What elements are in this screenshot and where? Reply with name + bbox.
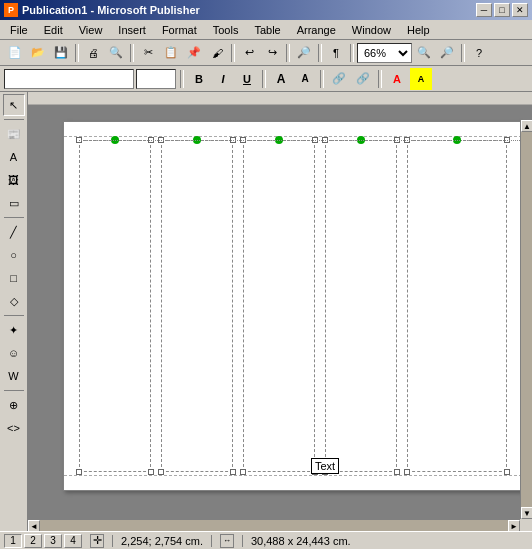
title-bar: P Publication1 - Microsoft Publisher ─ □…: [0, 0, 532, 20]
status-separator-3: [242, 535, 243, 547]
sq-handle-col5-bot-right[interactable]: [504, 469, 510, 475]
top-guide-line: [79, 140, 522, 141]
vertical-scrollbar[interactable]: ▲ ▼: [520, 120, 532, 519]
undo-button[interactable]: ↩: [238, 42, 260, 64]
bold-button[interactable]: B: [188, 68, 210, 90]
sq-handle-col1-bot-right[interactable]: [148, 469, 154, 475]
font-size-input[interactable]: [136, 69, 176, 89]
menu-table[interactable]: Table: [248, 22, 286, 38]
toolbar-separator-4: [286, 44, 290, 62]
rect-tool-button[interactable]: □: [3, 267, 25, 289]
h-scroll-track[interactable]: [40, 520, 508, 531]
html-code-button[interactable]: <>: [3, 417, 25, 439]
sq-handle-col2-bot-right[interactable]: [230, 469, 236, 475]
canvas-container: // just decorative ticks in SVG: [28, 92, 532, 531]
font-size-decrease-button[interactable]: A: [294, 68, 316, 90]
underline-button[interactable]: U: [236, 68, 258, 90]
insert-image-button[interactable]: 🖼: [3, 169, 25, 191]
help-button[interactable]: ?: [468, 42, 490, 64]
menu-edit[interactable]: Edit: [38, 22, 69, 38]
page-tab-3[interactable]: 3: [44, 534, 62, 548]
font-name-input[interactable]: [4, 69, 134, 89]
page-tab-2[interactable]: 2: [24, 534, 42, 548]
page-wizard-button[interactable]: 📰: [3, 123, 25, 145]
print-button[interactable]: 🖨: [82, 42, 104, 64]
zoom-in-button[interactable]: 🔍: [413, 42, 435, 64]
maximize-button[interactable]: □: [494, 3, 510, 17]
scroll-up-button[interactable]: ▲: [521, 120, 532, 132]
toolbox-separator-1: [4, 119, 24, 120]
horizontal-scrollbar[interactable]: ◄ ►: [28, 519, 520, 531]
toolbox-separator-2: [4, 217, 24, 218]
text-tool-button[interactable]: A: [3, 146, 25, 168]
sq-handle-col5-bot-left[interactable]: [404, 469, 410, 475]
word-art-button[interactable]: W: [3, 365, 25, 387]
menu-tools[interactable]: Tools: [207, 22, 245, 38]
toolbar-separator-2: [130, 44, 134, 62]
insert-frame-button[interactable]: ▭: [3, 192, 25, 214]
link-button[interactable]: 🔗: [328, 68, 350, 90]
sq-handle-col2-bot-left[interactable]: [158, 469, 164, 475]
paste-button[interactable]: 📌: [183, 42, 205, 64]
canvas-scroll-area[interactable]: Text ▲ ▼ ◄ ►: [28, 106, 532, 531]
page-tab-4[interactable]: 4: [64, 534, 82, 548]
sq-handle-col4-bot-right[interactable]: [394, 469, 400, 475]
zoom-dropdown[interactable]: 66% 100% 150%: [357, 43, 412, 63]
menu-format[interactable]: Format: [156, 22, 203, 38]
unlink-button[interactable]: 🔗: [352, 68, 374, 90]
text-color-button[interactable]: A: [386, 68, 408, 90]
toolbar-separator-6: [350, 44, 354, 62]
italic-button[interactable]: I: [212, 68, 234, 90]
show-all-button[interactable]: ¶: [325, 42, 347, 64]
status-separator-1: [112, 535, 113, 547]
format-sep-2: [262, 70, 266, 88]
toolbar-separator-1: [75, 44, 79, 62]
menu-help[interactable]: Help: [401, 22, 436, 38]
hotspot-button[interactable]: ⊕: [3, 394, 25, 416]
toolbar-separator-3: [231, 44, 235, 62]
new-button[interactable]: 📄: [4, 42, 26, 64]
oval-tool-button[interactable]: ○: [3, 244, 25, 266]
move-cursor-icon: ✛: [90, 534, 104, 548]
page-canvas: Text: [63, 121, 523, 491]
page-tabs[interactable]: 1 2 3 4: [4, 534, 82, 548]
line-tool-button[interactable]: ╱: [3, 221, 25, 243]
sq-handle-col1-bot-left[interactable]: [76, 469, 82, 475]
clip-art-button[interactable]: ☺: [3, 342, 25, 364]
format-sep-3: [320, 70, 324, 88]
format-sep-4: [378, 70, 382, 88]
scroll-down-button[interactable]: ▼: [521, 507, 532, 519]
open-button[interactable]: 📂: [27, 42, 49, 64]
menu-arrange[interactable]: Arrange: [291, 22, 342, 38]
close-button[interactable]: ✕: [512, 3, 528, 17]
minimize-button[interactable]: ─: [476, 3, 492, 17]
scroll-left-button[interactable]: ◄: [28, 520, 40, 531]
page-tab-1[interactable]: 1: [4, 534, 22, 548]
sq-handle-col3-bot-left[interactable]: [240, 469, 246, 475]
menu-view[interactable]: View: [73, 22, 109, 38]
title-bar-controls[interactable]: ─ □ ✕: [476, 3, 528, 17]
print-preview-button[interactable]: 🔍: [105, 42, 127, 64]
menu-bar: File Edit View Insert Format Tools Table…: [0, 20, 532, 40]
format-painter-button[interactable]: 🖌: [206, 42, 228, 64]
format-sep-1: [180, 70, 184, 88]
column-guide-1: [79, 140, 151, 472]
font-size-increase-button[interactable]: A: [270, 68, 292, 90]
text-bg-button[interactable]: A: [410, 68, 432, 90]
menu-file[interactable]: File: [4, 22, 34, 38]
menu-insert[interactable]: Insert: [112, 22, 152, 38]
v-scroll-track[interactable]: [521, 132, 532, 507]
copy-button[interactable]: 📋: [160, 42, 182, 64]
select-tool-button[interactable]: ↖: [3, 94, 25, 116]
design-gallery-button[interactable]: ✦: [3, 319, 25, 341]
custom-shape-button[interactable]: ◇: [3, 290, 25, 312]
menu-window[interactable]: Window: [346, 22, 397, 38]
toolbar-separator-7: [461, 44, 465, 62]
scroll-right-button[interactable]: ►: [508, 520, 520, 531]
column-guide-5: [407, 140, 507, 472]
redo-button[interactable]: ↪: [261, 42, 283, 64]
save-button[interactable]: 💾: [50, 42, 72, 64]
cut-button[interactable]: ✂: [137, 42, 159, 64]
find-button[interactable]: 🔎: [293, 42, 315, 64]
zoom-out-button[interactable]: 🔎: [436, 42, 458, 64]
